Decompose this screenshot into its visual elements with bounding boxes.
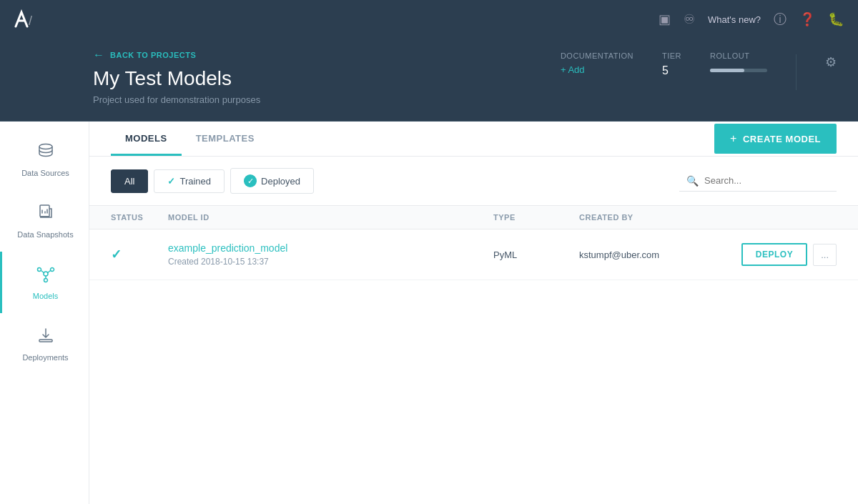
rollout-label: ROLLOUT [710, 51, 767, 60]
deployments-icon [36, 326, 55, 349]
row-status: ✓ [111, 247, 168, 262]
sidebar-item-models[interactable]: Models [0, 252, 89, 313]
filter-deployed-label: Deployed [261, 176, 300, 187]
globe-icon[interactable]: ♾ [684, 11, 695, 27]
row-actions: DEPLOY ... [722, 243, 837, 266]
deployed-check-icon: ✓ [244, 174, 257, 187]
back-arrow-icon[interactable]: ← [93, 49, 104, 61]
tier-meta: TIER 5 [662, 51, 681, 77]
row-model-id-cell: example_prediction_model Created 2018-10… [168, 242, 493, 267]
svg-point-1 [39, 144, 52, 149]
sidebar-item-data-snapshots-label: Data Snapshots [17, 230, 73, 239]
models-icon [36, 265, 55, 287]
create-model-button[interactable]: + CREATE MODEL [714, 124, 837, 154]
sidebar-item-data-sources-label: Data Sources [21, 169, 69, 177]
svg-point-4 [37, 268, 41, 272]
logo-icon: / [14, 9, 40, 29]
tier-value: 5 [662, 64, 681, 77]
tab-templates[interactable]: TEMPLATES [182, 122, 269, 156]
nav-right: ▣ ♾ What's new? ⓘ ❓ 🐛 [659, 11, 844, 28]
bug-icon[interactable]: 🐛 [828, 11, 844, 27]
documentation-add-link[interactable]: + Add [561, 64, 633, 75]
header-left: ← BACK TO PROJECTS My Test Models Projec… [93, 49, 260, 105]
back-to-projects-link[interactable]: BACK TO PROJECTS [110, 51, 196, 59]
settings-gear-button[interactable]: ⚙ [825, 51, 837, 70]
filter-bar: All ✓ Trained ✓ Deployed 🔍 [89, 157, 858, 206]
file-chart-icon [36, 203, 55, 226]
col-model-id: MODEL ID [168, 213, 493, 222]
project-description: Project used for demonstration purposes [93, 94, 260, 105]
tab-models[interactable]: MODELS [111, 122, 182, 156]
rollout-meta: ROLLOUT [710, 51, 767, 72]
meta-divider [796, 54, 797, 90]
rectangle-icon[interactable]: ▣ [659, 11, 671, 27]
col-type: TYPE [493, 213, 579, 222]
row-type: PyML [493, 249, 579, 260]
table-header: STATUS MODEL ID TYPE CREATED BY [89, 206, 858, 229]
table-row: ✓ example_prediction_model Created 2018-… [89, 229, 858, 280]
sidebar-item-data-snapshots[interactable]: Data Snapshots [0, 190, 89, 252]
filter-all-button[interactable]: All [111, 169, 148, 193]
filter-trained-button[interactable]: ✓ Trained [154, 169, 225, 193]
rollout-fill [710, 69, 744, 72]
top-nav: / ▣ ♾ What's new? ⓘ ❓ 🐛 [0, 0, 858, 39]
rollout-bar [710, 69, 767, 72]
filter-trained-label: Trained [179, 176, 211, 187]
status-check-icon: ✓ [111, 247, 122, 262]
filter-all-label: All [124, 176, 134, 187]
sidebar-item-models-label: Models [33, 292, 58, 300]
col-status: STATUS [111, 213, 168, 222]
model-id-link[interactable]: example_prediction_model [168, 242, 493, 254]
tier-label: TIER [662, 51, 681, 60]
svg-rect-10 [39, 340, 52, 342]
filter-deployed-button[interactable]: ✓ Deployed [230, 168, 314, 194]
main-layout: Data Sources Data Snapshots [0, 122, 858, 504]
logo: / [14, 9, 40, 29]
sidebar-item-data-sources[interactable]: Data Sources [0, 129, 89, 190]
svg-text:/: / [29, 14, 32, 28]
back-link-row: ← BACK TO PROJECTS [93, 49, 260, 61]
plus-icon: + [730, 132, 737, 145]
project-meta: DOCUMENTATION + Add TIER 5 ROLLOUT ⚙ [561, 49, 837, 90]
row-created-by: kstumpf@uber.com [579, 249, 722, 260]
project-title: My Test Models [93, 67, 260, 90]
svg-line-7 [41, 271, 44, 274]
svg-point-3 [44, 272, 48, 276]
help-icon[interactable]: ❓ [799, 11, 815, 27]
sidebar-item-deployments-label: Deployments [22, 353, 68, 362]
svg-line-8 [47, 271, 51, 274]
filters: All ✓ Trained ✓ Deployed [111, 168, 314, 194]
project-header: ← BACK TO PROJECTS My Test Models Projec… [0, 39, 858, 122]
more-options-button[interactable]: ... [813, 244, 837, 266]
col-actions [722, 213, 837, 222]
search-icon: 🔍 [686, 175, 699, 187]
svg-point-6 [44, 279, 47, 282]
whats-new-link[interactable]: What's new? [708, 14, 761, 25]
search-input[interactable] [704, 175, 829, 186]
database-icon [36, 142, 55, 164]
model-created-date: Created 2018-10-15 13:37 [168, 257, 493, 267]
svg-point-5 [50, 268, 54, 272]
sidebar: Data Sources Data Snapshots [0, 122, 89, 504]
documentation-meta: DOCUMENTATION + Add [561, 51, 633, 75]
search-box: 🔍 [679, 171, 837, 192]
deploy-button[interactable]: DEPLOY [741, 243, 807, 266]
content-area: MODELS TEMPLATES + CREATE MODEL All ✓ Tr… [89, 122, 858, 504]
create-model-label: CREATE MODEL [743, 134, 821, 144]
trained-check-icon: ✓ [167, 176, 175, 187]
col-created-by: CREATED BY [579, 213, 722, 222]
info-icon[interactable]: ⓘ [774, 11, 786, 28]
sidebar-item-deployments[interactable]: Deployments [0, 313, 89, 375]
tabs: MODELS TEMPLATES [111, 122, 269, 156]
nav-left: / [14, 9, 40, 29]
svg-rect-2 [40, 205, 49, 217]
documentation-label: DOCUMENTATION [561, 51, 633, 60]
tabs-bar: MODELS TEMPLATES + CREATE MODEL [89, 122, 858, 157]
